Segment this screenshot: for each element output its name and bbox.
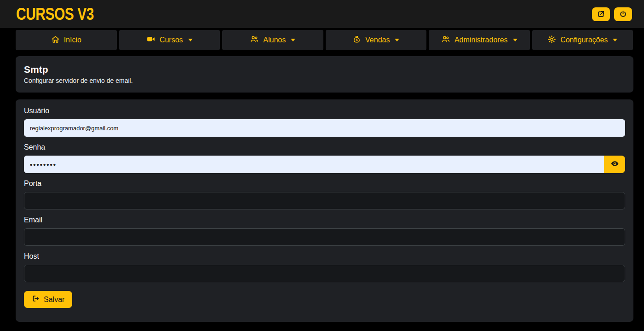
header-actions: [592, 7, 632, 21]
smtp-form-card: Usuário Senha Porta Email Host Sal: [16, 99, 633, 322]
chevron-down-icon: [188, 39, 193, 41]
nav-item-label: Início: [64, 36, 81, 44]
video-camera-icon: [146, 35, 155, 46]
top-header-bar: CURSOS V3: [0, 0, 644, 28]
main-nav: Início Cursos Alunos: [0, 28, 644, 50]
senha-input[interactable]: [24, 156, 604, 173]
save-button[interactable]: Salvar: [24, 291, 72, 308]
nav-item-label: Vendas: [365, 36, 390, 44]
box-arrow-right-icon: [32, 295, 40, 304]
porta-input[interactable]: [24, 192, 625, 209]
senha-label: Senha: [24, 143, 625, 151]
host-label: Host: [24, 252, 625, 261]
page-header-card: Smtp Configurar servidor de envio de ema…: [16, 56, 633, 93]
svg-text:$: $: [356, 38, 358, 42]
nav-item-label: Cursos: [160, 36, 183, 44]
external-link-button[interactable]: [592, 7, 610, 21]
host-input[interactable]: [24, 265, 625, 282]
chevron-down-icon: [613, 39, 617, 41]
eye-icon: [610, 159, 619, 169]
email-label: Email: [24, 216, 625, 224]
porta-label: Porta: [24, 180, 625, 188]
admins-icon: [441, 35, 450, 46]
page-title: Smtp: [24, 64, 625, 75]
nav-item-label: Configurações: [560, 36, 608, 44]
money-bag-icon: $: [352, 35, 361, 46]
usuario-label: Usuário: [24, 107, 625, 115]
external-link-icon: [597, 10, 605, 18]
app-logo: CURSOS V3: [16, 5, 94, 23]
power-icon: [619, 10, 627, 18]
home-icon: [51, 35, 60, 46]
chevron-down-icon: [513, 39, 518, 41]
toggle-password-button[interactable]: [604, 156, 625, 173]
nav-item-cursos[interactable]: Cursos: [119, 30, 220, 50]
email-input[interactable]: [24, 228, 625, 246]
gear-icon: [547, 35, 556, 46]
senha-input-group: [24, 156, 625, 173]
nav-item-label: Administradores: [454, 36, 508, 44]
nav-item-configuracoes[interactable]: Configurações: [532, 30, 633, 50]
usuario-input[interactable]: [24, 119, 625, 137]
chevron-down-icon: [291, 39, 295, 41]
students-icon: [250, 35, 259, 46]
nav-item-label: Alunos: [263, 36, 286, 44]
save-button-label: Salvar: [44, 296, 64, 304]
nav-item-inicio[interactable]: Início: [16, 30, 117, 50]
page-subtitle: Configurar servidor de envio de email.: [24, 77, 625, 84]
nav-item-alunos[interactable]: Alunos: [222, 30, 323, 50]
nav-item-vendas[interactable]: $ Vendas: [326, 30, 427, 50]
power-button[interactable]: [614, 7, 632, 21]
nav-item-administradores[interactable]: Administradores: [429, 30, 530, 50]
chevron-down-icon: [395, 39, 399, 41]
